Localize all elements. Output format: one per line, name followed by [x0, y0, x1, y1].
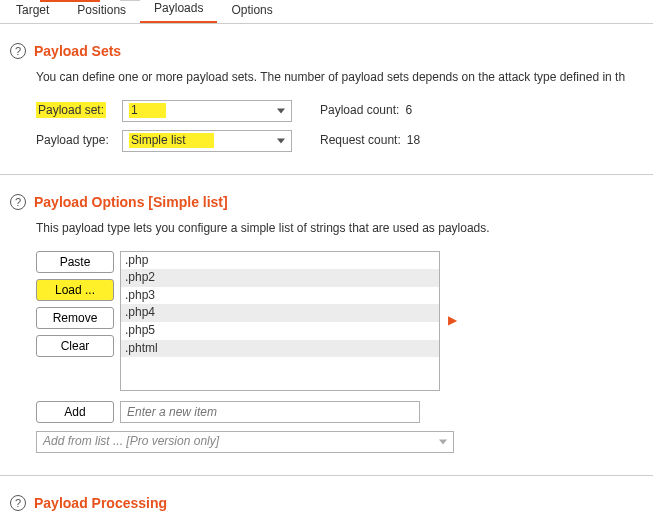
new-item-input[interactable] — [120, 401, 420, 423]
payload-count-value: 6 — [405, 103, 412, 119]
help-icon[interactable]: ? — [10, 194, 26, 210]
payload-type-label: Payload type: — [36, 133, 122, 149]
list-item[interactable]: .php4 — [121, 304, 439, 322]
tab-target[interactable]: Target — [2, 0, 63, 23]
payload-type-select[interactable]: Simple list — [122, 130, 292, 152]
add-button[interactable]: Add — [36, 401, 114, 423]
payload-processing-title: Payload Processing — [34, 494, 167, 512]
help-icon[interactable]: ? — [10, 43, 26, 59]
tab-options[interactable]: Options — [217, 0, 286, 23]
section-payload-processing: ? Payload Processing — [0, 476, 653, 526]
remove-button[interactable]: Remove — [36, 307, 114, 329]
request-count-label: Request count: — [320, 133, 401, 149]
payload-set-value: 1 — [129, 103, 166, 119]
section-payload-sets: ? Payload Sets You can define one or mor… — [0, 24, 653, 175]
tab-bar: Target Positions Payloads Options — [0, 0, 653, 24]
list-item[interactable]: .php3 — [121, 287, 439, 305]
paste-button[interactable]: Paste — [36, 251, 114, 273]
help-icon[interactable]: ? — [10, 495, 26, 511]
tab-positions[interactable]: Positions — [63, 0, 140, 23]
request-count-value: 18 — [407, 133, 420, 149]
list-item[interactable]: .phtml — [121, 340, 439, 358]
arrow-right-icon: ▶ — [448, 313, 457, 329]
payload-sets-title: Payload Sets — [34, 42, 121, 60]
pro-placeholder: Add from list ... [Pro version only] — [43, 434, 219, 448]
list-item[interactable]: .php — [121, 252, 439, 270]
payload-count-label: Payload count: — [320, 103, 399, 119]
section-payload-options: ? Payload Options [Simple list] This pay… — [0, 175, 653, 476]
payload-set-label: Payload set: — [36, 102, 106, 118]
payload-type-value: Simple list — [129, 133, 214, 149]
list-item[interactable]: .php5 — [121, 322, 439, 340]
payload-sets-desc: You can define one or more payload sets.… — [36, 70, 643, 86]
list-buttons: Paste Load ... Remove Clear — [36, 251, 114, 357]
payload-set-select[interactable]: 1 — [122, 100, 292, 122]
add-from-list-select[interactable]: Add from list ... [Pro version only] — [36, 431, 454, 453]
payload-options-title: Payload Options [Simple list] — [34, 193, 228, 211]
payload-options-desc: This payload type lets you configure a s… — [36, 221, 643, 237]
load-button[interactable]: Load ... — [36, 279, 114, 301]
list-item[interactable]: .php2 — [121, 269, 439, 287]
clear-button[interactable]: Clear — [36, 335, 114, 357]
payload-list[interactable]: .php .php2 .php3 .php4 .php5 .phtml — [120, 251, 440, 391]
tab-payloads[interactable]: Payloads — [140, 0, 217, 23]
